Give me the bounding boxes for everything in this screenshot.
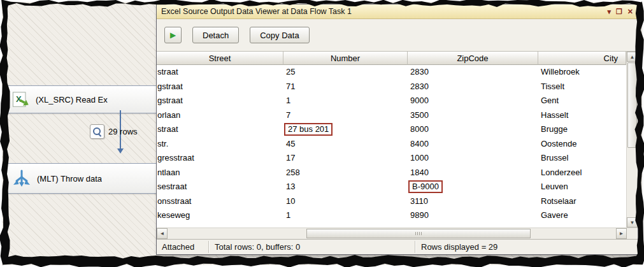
cell-zipcode: 3500 — [408, 108, 538, 123]
buffer-status: Total rows: 0, buffers: 0 — [210, 240, 415, 254]
cell-street: onsstraat — [157, 194, 283, 209]
viewer-toolbar: ▶ Detach Copy Data — [157, 19, 638, 51]
column-header-zipcode[interactable]: ZipCode — [408, 52, 538, 65]
highlight-box-number: 27 bus 201 — [284, 123, 333, 136]
rows-displayed-status: Rows displayed = 29 — [416, 240, 638, 254]
vertical-scroll-track[interactable] — [627, 62, 638, 217]
scrollbar-corner — [627, 228, 638, 239]
horizontal-scroll-track[interactable] — [168, 228, 616, 239]
scroll-down-icon[interactable]: ▼ — [627, 217, 638, 227]
cell-city: Tisselt — [538, 80, 626, 94]
horizontal-scroll-thumb[interactable] — [306, 229, 531, 238]
cell-city: Brussel — [538, 151, 626, 166]
table-row[interactable]: sestraat 13 B-9000 Leuven — [157, 180, 626, 194]
cell-city: Gavere — [538, 208, 626, 223]
column-header-street[interactable]: Street — [157, 52, 283, 65]
window-title: Excel Source Output Data Viewer at Data … — [161, 7, 607, 16]
cell-city: Oostende — [538, 137, 626, 152]
svg-text:X: X — [16, 94, 22, 104]
cell-number: 45 — [283, 137, 408, 152]
window-titlebar[interactable]: Excel Source Output Data Viewer at Data … — [157, 4, 638, 19]
vertical-scrollbar[interactable]: ▲ ▼ — [626, 52, 638, 227]
data-grid: Street Number ZipCode City straat 25 283… — [157, 51, 638, 239]
scroll-left-icon[interactable]: ◄ — [157, 228, 168, 239]
copy-data-button[interactable]: Copy Data — [250, 27, 309, 43]
table-row[interactable]: onsstraat 10 3110 Rotselaar — [157, 194, 626, 209]
cell-street: keseweg — [157, 208, 283, 223]
cell-city: Leuven — [538, 180, 626, 194]
cell-city: Brugge — [538, 122, 626, 137]
cell-number: 13 — [283, 180, 408, 194]
dataflow-task-excel-source[interactable]: X (XL_SRC) Read Ex — [6, 85, 169, 113]
cell-zipcode: 8000 — [408, 122, 538, 137]
cell-zipcode: 9890 — [408, 208, 538, 223]
cell-number: 10 — [283, 194, 408, 209]
cell-street: gstraat — [157, 80, 283, 94]
cell-number: 71 — [283, 80, 408, 94]
table-row[interactable]: straat 25 2830 Willebroek — [157, 65, 626, 80]
data-viewer-magnifier-icon[interactable] — [90, 124, 104, 139]
cell-zipcode: B-9000 — [408, 180, 538, 194]
excel-source-icon: X — [12, 91, 30, 108]
data-viewer-rowcount: 29 rows — [90, 124, 138, 139]
cell-zipcode: 3110 — [408, 194, 538, 209]
screenshot-root: X (XL_SRC) Read Ex 29 rows — [0, 0, 644, 267]
window-menu-icon[interactable]: ▾ — [607, 8, 611, 15]
cell-number: 17 — [283, 151, 408, 166]
cell-street: gresstraat — [157, 151, 283, 166]
column-header-city[interactable]: City — [538, 52, 626, 65]
multicast-icon — [12, 170, 31, 187]
cell-street: straat — [157, 65, 283, 80]
cell-number: 1 — [283, 208, 408, 223]
table-row[interactable]: keseweg 1 9890 Gavere — [157, 208, 626, 223]
table-row[interactable]: str. 45 8400 Oostende — [157, 137, 626, 152]
attached-status: Attached — [157, 240, 208, 254]
cell-street: straat — [157, 122, 283, 137]
cell-number: 1 — [283, 94, 408, 108]
horizontal-scrollbar[interactable]: ◄ ► — [157, 228, 627, 239]
table-row[interactable]: orlaan 7 3500 Hasselt — [157, 108, 626, 123]
table-row[interactable]: gstraat 1 9000 Gent — [157, 94, 626, 108]
cell-number: 25 — [283, 65, 408, 80]
cell-city: Hasselt — [538, 108, 626, 123]
vertical-scroll-thumb[interactable] — [627, 62, 637, 148]
grid-rows: straat 25 2830 Willebroek gstraat 71 283… — [157, 65, 626, 227]
cell-street: sestraat — [157, 180, 283, 194]
highlight-box-zipcode: B-9000 — [408, 180, 443, 193]
cell-number: 27 bus 201 — [283, 122, 408, 137]
scroll-right-icon[interactable]: ► — [616, 228, 627, 239]
table-row[interactable]: ntlaan 258 1840 Londerzeel — [157, 166, 626, 180]
resume-button[interactable]: ▶ — [164, 27, 182, 43]
row-count-label: 29 rows — [108, 127, 138, 136]
table-row[interactable]: straat 27 bus 201 8000 Brugge — [157, 122, 626, 137]
cell-zipcode: 2830 — [408, 80, 538, 94]
grid-header-row: Street Number ZipCode City — [157, 52, 626, 65]
table-row[interactable]: gresstraat 17 1000 Brussel — [157, 151, 626, 166]
cell-street: orlaan — [157, 108, 283, 123]
detach-button[interactable]: Detach — [192, 27, 239, 43]
data-viewer-window: Excel Source Output Data Viewer at Data … — [156, 4, 638, 255]
cell-city: Gent — [538, 94, 626, 108]
column-header-number[interactable]: Number — [283, 52, 408, 65]
dataflow-task-multicast[interactable]: (MLT) Throw data — [6, 163, 169, 194]
cell-number: 7 — [283, 108, 408, 123]
status-bar: Attached Total rows: 0, buffers: 0 Rows … — [157, 239, 638, 254]
excel-source-label: (XL_SRC) Read Ex — [36, 95, 108, 105]
cell-zipcode: 2830 — [408, 65, 538, 80]
multicast-label: (MLT) Throw data — [37, 174, 102, 184]
cell-street: ntlaan — [157, 166, 283, 180]
table-row[interactable]: gstraat 71 2830 Tisselt — [157, 80, 626, 94]
cell-city: Willebroek — [538, 65, 626, 80]
cell-zipcode: 9000 — [408, 94, 538, 108]
cell-street: gstraat — [157, 94, 283, 108]
close-icon[interactable]: ✕ — [627, 8, 633, 15]
cell-zipcode: 1840 — [408, 166, 538, 180]
window-controls: ▾ ❒ ✕ — [607, 8, 633, 15]
cell-zipcode: 1000 — [408, 151, 538, 166]
maximize-icon[interactable]: ❒ — [616, 8, 622, 15]
cell-number: 258 — [283, 166, 408, 180]
cell-street: str. — [157, 137, 283, 152]
cell-city: Londerzeel — [538, 166, 626, 180]
scroll-up-icon[interactable]: ▲ — [627, 52, 638, 62]
cell-zipcode: 8400 — [408, 137, 538, 152]
